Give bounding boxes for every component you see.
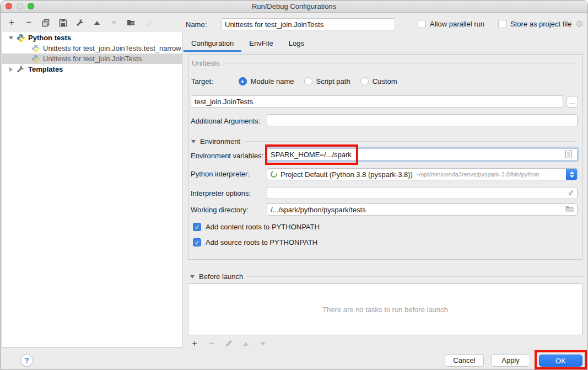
checkbox-box[interactable]: ✓ <box>193 238 201 246</box>
radio-button[interactable] <box>239 77 247 85</box>
tab-configuration[interactable]: Configuration <box>184 39 241 52</box>
tree-item-label: Unittests for test_join.JoinTests.test_n… <box>43 44 181 52</box>
copy-configuration-icon[interactable] <box>41 18 50 27</box>
titlebar: Run/Debug Configurations <box>1 1 587 13</box>
module-name-input[interactable] <box>191 95 563 108</box>
tab-logs[interactable]: Logs <box>281 39 312 52</box>
save-configuration-icon[interactable] <box>58 18 67 27</box>
tab-bar: Configuration EnvFile Logs <box>184 37 588 52</box>
interpreter-path: ~/opt/miniconda3/envs/pyspark-3.8/bin/py… <box>416 171 540 178</box>
close-button[interactable] <box>6 3 12 9</box>
help-button[interactable]: ? <box>20 354 33 367</box>
folder-browse-icon[interactable] <box>565 206 574 212</box>
templates-wrench-icon <box>17 65 25 74</box>
add-content-roots-checkbox[interactable]: ✓ Add content roots to PYTHONPATH <box>193 223 320 231</box>
tab-envfile[interactable]: EnvFile <box>241 39 280 52</box>
python-test-icon <box>31 55 40 63</box>
working-directory-input[interactable] <box>267 203 578 216</box>
radio-button[interactable] <box>360 77 369 85</box>
checkbox-box[interactable] <box>418 20 426 28</box>
working-directory-label: Working directory: <box>191 206 249 214</box>
zoom-button[interactable] <box>28 3 34 9</box>
tree-item-label: Templates <box>28 65 63 73</box>
python-test-icon <box>31 44 40 53</box>
empty-tasks-message: There are no tasks to run before launch <box>322 305 448 314</box>
python-interpreter-label: Python interpreter: <box>191 170 250 178</box>
conda-env-icon <box>269 170 278 179</box>
help-label: ? <box>25 356 29 364</box>
allow-parallel-run-checkbox[interactable]: Allow parallel run <box>418 20 484 28</box>
move-task-down-icon <box>258 339 267 348</box>
tree-item-test-narrow[interactable]: Unittests for test_join.JoinTests.test_n… <box>2 43 182 53</box>
divider <box>184 350 588 350</box>
python-interpreter-select[interactable]: Project Default (Python 3.8 (pyspark-3.8… <box>267 168 578 180</box>
move-up-icon[interactable] <box>93 18 101 27</box>
apply-button[interactable]: Apply <box>491 354 530 367</box>
collapse-arrow-icon[interactable] <box>191 140 196 143</box>
radio-button[interactable] <box>304 77 312 85</box>
tree-item-jointests-selected[interactable]: Unittests for test_join.JoinTests <box>2 53 182 64</box>
configuration-editor: Name: Allow parallel run Store as projec… <box>184 13 588 370</box>
python-tests-icon <box>17 34 25 42</box>
checkbox-box[interactable] <box>498 20 506 28</box>
checkbox-label: Add content roots to PYTHONPATH <box>206 223 320 231</box>
additional-arguments-input[interactable] <box>267 114 578 126</box>
expand-field-icon[interactable] <box>568 189 575 196</box>
interpreter-options-label: Interpreter options: <box>191 189 251 197</box>
configuration-form-panel: Unittests Target: Module name Script pat… <box>188 54 582 260</box>
new-folder-icon[interactable] <box>127 18 136 27</box>
configurations-sidebar: + − ↓az <box>1 13 184 369</box>
collapse-arrow-icon[interactable] <box>190 275 195 278</box>
radio-custom[interactable]: Custom <box>360 77 397 85</box>
before-launch-task-list: There are no tasks to run before launch <box>188 283 582 335</box>
before-launch-toolbar: + − <box>190 339 267 348</box>
divider <box>247 276 583 277</box>
window-title: Run/Debug Configurations <box>252 2 336 10</box>
gear-icon[interactable]: ⚙ <box>575 20 583 29</box>
environment-variables-input[interactable] <box>267 148 578 160</box>
tree-item-templates[interactable]: Templates <box>2 64 182 74</box>
checkbox-label: Allow parallel run <box>430 20 484 28</box>
cancel-button[interactable]: Cancel <box>445 354 484 367</box>
divider <box>225 63 578 63</box>
edit-templates-icon[interactable] <box>75 18 84 27</box>
unittests-group-title: Unittests <box>192 59 220 67</box>
interpreter-value: Project Default (Python 3.8 (pyspark-3.8… <box>280 170 413 179</box>
additional-arguments-label: Additional Arguments: <box>191 117 260 125</box>
radio-label: Custom <box>373 77 397 85</box>
radio-module-name[interactable]: Module name <box>239 77 294 85</box>
name-input[interactable] <box>221 18 395 30</box>
browse-module-button[interactable]: ... <box>567 96 578 108</box>
configurations-tree: Python tests Unittests for test_join.Joi… <box>2 31 182 348</box>
divider <box>245 141 576 142</box>
minimize-button <box>17 3 23 9</box>
tree-item-python-tests[interactable]: Python tests <box>2 33 182 43</box>
remove-task-button: − <box>207 339 216 348</box>
remove-configuration-button[interactable]: − <box>24 18 33 27</box>
add-configuration-button[interactable]: + <box>7 18 16 27</box>
environment-variables-label: Environment variables: <box>191 152 263 160</box>
checkbox-box[interactable]: ✓ <box>193 223 201 231</box>
sort-configurations-icon: ↓az <box>144 18 153 27</box>
store-as-project-file-checkbox[interactable]: Store as project file <box>498 20 571 28</box>
expand-arrow-icon[interactable] <box>9 67 13 72</box>
name-label: Name: <box>186 20 207 29</box>
add-task-button[interactable]: + <box>190 339 199 348</box>
run-debug-configurations-dialog: Run/Debug Configurations + − ↓az <box>0 0 588 370</box>
radio-label: Module name <box>251 77 294 85</box>
interpreter-options-input[interactable] <box>267 187 578 199</box>
combobox-stepper-icon[interactable] <box>566 168 578 180</box>
tree-item-label: Python tests <box>28 34 71 42</box>
tree-item-label: Unittests for test_join.JoinTests <box>43 55 142 63</box>
move-down-icon <box>110 18 118 27</box>
move-task-up-icon <box>241 339 250 348</box>
environment-section-title: Environment <box>200 137 240 146</box>
collapse-arrow-icon[interactable] <box>9 36 13 40</box>
add-source-roots-checkbox[interactable]: ✓ Add source roots to PYTHONPATH <box>193 238 317 246</box>
radio-label: Script path <box>316 77 350 85</box>
ok-button[interactable]: OK <box>539 355 582 367</box>
sidebar-toolbar: + − ↓az <box>7 18 153 28</box>
edit-task-icon <box>224 339 233 348</box>
edit-variables-icon[interactable] <box>565 151 572 158</box>
radio-script-path[interactable]: Script path <box>304 77 350 85</box>
